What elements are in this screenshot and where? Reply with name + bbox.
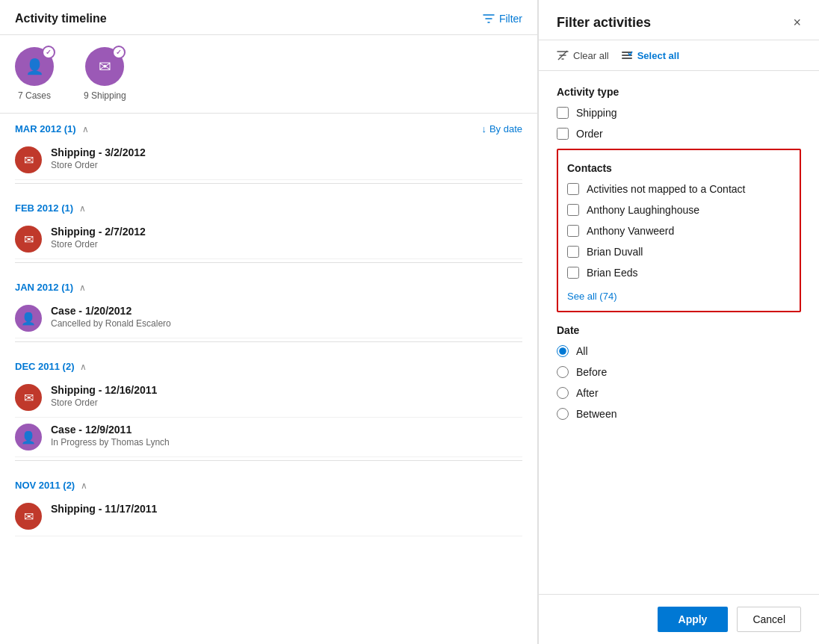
order-checkbox[interactable]: [557, 128, 569, 140]
cases-icon-item[interactable]: 👤 ✓ 7 Cases: [15, 47, 54, 101]
svg-rect-1: [622, 52, 632, 53]
date-all-radio[interactable]: [557, 345, 569, 357]
order-checkbox-label: Order: [576, 128, 603, 140]
anthony-v-checkbox-item: Anthony Vanweerd: [567, 225, 791, 237]
group-header-jan2012: JAN 2012 (1): [15, 272, 522, 299]
shipping-badge: ✓: [112, 46, 126, 59]
right-panel: Filter activities × Clear all Select all…: [538, 0, 819, 644]
cancel-button[interactable]: Cancel: [737, 607, 801, 632]
item-title-2: Shipping - 2/7/2012: [51, 226, 522, 238]
timeline-content: MAR 2012 (1) ↓ By date ✉ Shipping - 3/2/…: [0, 114, 537, 644]
activity-timeline-title: Activity timeline: [15, 12, 107, 25]
item-details-5: Case - 12/9/2011 In Progress by Thomas L…: [51, 424, 522, 448]
chevron-up-jan2012[interactable]: [79, 281, 86, 293]
filter-btn-label: Filter: [499, 13, 522, 25]
shipping-item-icon-3: ✉: [15, 384, 42, 411]
date-between-label: Between: [576, 408, 616, 420]
cases-person-icon: 👤: [25, 58, 44, 75]
item-details: Shipping - 3/2/2012 Store Order: [51, 146, 522, 170]
chevron-up-feb2012[interactable]: [79, 202, 86, 214]
select-all-icon: [621, 49, 633, 61]
item-title-3: Case - 1/20/2012: [51, 305, 522, 317]
shipping-checkbox[interactable]: [557, 107, 569, 119]
divider: [15, 262, 522, 263]
icon-row: 👤 ✓ 7 Cases ✉ ✓ 9 Shipping: [0, 35, 537, 114]
date-after-radio[interactable]: [557, 387, 569, 399]
date-between-radio[interactable]: [557, 408, 569, 420]
filter-activities-title: Filter activities: [557, 15, 651, 31]
item-title-4: Shipping - 12/16/2011: [51, 384, 522, 396]
item-subtitle-3: Cancelled by Ronald Escalero: [51, 318, 522, 329]
filter-icon: [483, 13, 495, 25]
item-title-6: Shipping - 11/17/2011: [51, 503, 522, 515]
contacts-section: Contacts Activities not mapped to a Cont…: [557, 149, 801, 312]
not-mapped-checkbox[interactable]: [567, 183, 579, 195]
anthony-l-checkbox[interactable]: [567, 204, 579, 216]
svg-rect-3: [622, 58, 632, 59]
contacts-section-title: Contacts: [567, 162, 791, 174]
shipping-icon-item[interactable]: ✉ ✓ 9 Shipping: [84, 47, 126, 101]
item-subtitle-4: Store Order: [51, 397, 522, 408]
brian-e-label: Brian Eeds: [587, 267, 637, 279]
anthony-v-label: Anthony Vanweerd: [587, 225, 674, 237]
shipping-item-icon-4: ✉: [15, 503, 42, 530]
table-row: 👤 Case - 1/20/2012 Cancelled by Ronald E…: [15, 299, 522, 338]
by-date-label: By date: [489, 123, 522, 134]
filter-actions: Clear all Select all: [539, 40, 819, 71]
date-section-title: Date: [557, 324, 801, 336]
date-all-label: All: [576, 345, 588, 357]
divider: [15, 460, 522, 461]
group-title-nov2011: NOV 2011 (2): [15, 480, 75, 491]
shipping-mail-icon: ✉: [99, 58, 111, 75]
chevron-up-nov2011[interactable]: [81, 479, 87, 491]
anthony-v-checkbox[interactable]: [567, 225, 579, 237]
item-title-5: Case - 12/9/2011: [51, 424, 522, 436]
brian-e-checkbox-item: Brian Eeds: [567, 267, 791, 279]
close-icon: ×: [793, 15, 801, 31]
table-row: ✉ Shipping - 11/17/2011: [15, 497, 522, 536]
item-subtitle: Store Order: [51, 160, 522, 170]
left-header: Activity timeline Filter: [0, 0, 537, 35]
table-row: 👤 Case - 12/9/2011 In Progress by Thomas…: [15, 418, 522, 457]
item-title: Shipping - 3/2/2012: [51, 146, 522, 158]
case-item-icon: 👤: [15, 305, 42, 332]
shipping-checkbox-item: Shipping: [557, 107, 801, 119]
chevron-up-mar2012[interactable]: [82, 123, 89, 134]
shipping-label: 9 Shipping: [84, 90, 126, 101]
date-after-label: After: [576, 387, 599, 399]
chevron-up-dec2011[interactable]: [80, 360, 87, 372]
anthony-l-label: Anthony Laughinghouse: [587, 204, 699, 216]
cases-label: 7 Cases: [18, 90, 51, 101]
see-all-link[interactable]: See all (74): [567, 291, 616, 302]
select-all-button[interactable]: Select all: [621, 49, 679, 61]
filter-body: Activity type Shipping Order Contacts Ac…: [539, 71, 819, 594]
case-item-icon-2: 👤: [15, 424, 42, 451]
item-details-6: Shipping - 11/17/2011: [51, 503, 522, 516]
shipping-circle: ✉ ✓: [85, 47, 124, 86]
group-header-dec2011: DEC 2011 (2): [15, 351, 522, 378]
clear-all-button[interactable]: Clear all: [557, 49, 609, 61]
group-header-mar2012: MAR 2012 (1) ↓ By date: [15, 114, 522, 140]
brian-d-label: Brian Duvall: [587, 246, 643, 258]
by-date-button[interactable]: ↓ By date: [481, 123, 522, 134]
divider: [15, 341, 522, 342]
right-header: Filter activities ×: [539, 0, 819, 40]
group-title-feb2012: FEB 2012 (1): [15, 202, 73, 214]
group-title-mar2012: MAR 2012 (1): [15, 123, 76, 134]
table-row: ✉ Shipping - 12/16/2011 Store Order: [15, 378, 522, 418]
filter-button[interactable]: Filter: [483, 13, 522, 25]
date-before-label: Before: [576, 366, 607, 378]
brian-d-checkbox-item: Brian Duvall: [567, 246, 791, 258]
group-header-nov2011: NOV 2011 (2): [15, 470, 522, 497]
item-subtitle-5: In Progress by Thomas Lynch: [51, 437, 522, 448]
date-after-radio-item: After: [557, 387, 801, 399]
close-button[interactable]: ×: [793, 15, 801, 31]
apply-button[interactable]: Apply: [658, 607, 729, 632]
brian-d-checkbox[interactable]: [567, 246, 579, 258]
table-row: ✉ Shipping - 3/2/2012 Store Order: [15, 140, 522, 180]
not-mapped-label: Activities not mapped to a Contact: [587, 183, 745, 195]
date-before-radio[interactable]: [557, 366, 569, 378]
cases-circle: 👤 ✓: [15, 47, 54, 86]
clear-filter-icon: [557, 49, 569, 61]
brian-e-checkbox[interactable]: [567, 267, 579, 279]
